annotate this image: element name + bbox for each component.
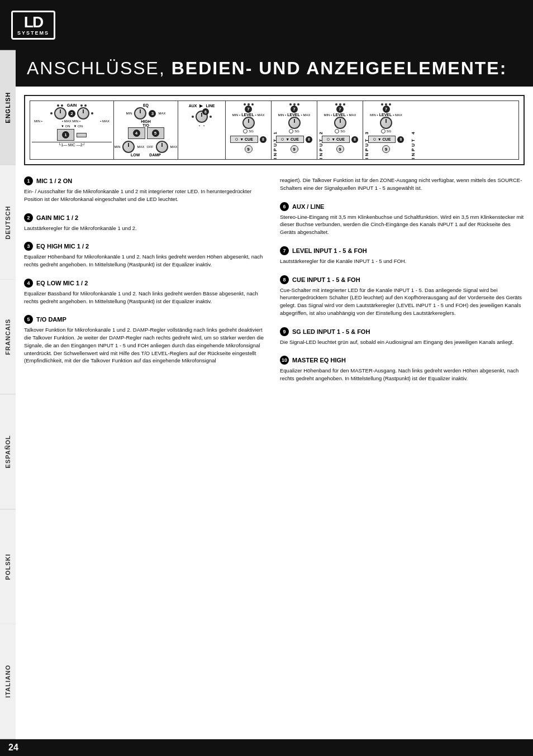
sg-num-2: 9	[291, 145, 298, 153]
sg-led-4	[381, 129, 386, 133]
level-knob-2	[288, 117, 301, 129]
panel-col-input1: 7 MIN • LEVEL • MAX SG ▼ CUE	[226, 101, 272, 159]
on-num: 1	[62, 131, 69, 138]
cue-led-4	[373, 138, 376, 141]
dot	[57, 104, 59, 107]
desc-title-9: 9 SG LED INPUT 1 - 5 & FOH	[280, 327, 525, 336]
to-switch2[interactable]: 5	[147, 127, 164, 139]
diagram-area: GAIN 2 MIN • • MAX MIN • • MAX	[24, 95, 525, 165]
lang-tab-francais[interactable]: FRANCAIS	[0, 280, 16, 395]
aux-label: AUX	[189, 104, 197, 108]
input4-sg: SG	[365, 129, 407, 133]
logo-systems: SYSTEMS	[17, 30, 49, 36]
lang-tab-italiano[interactable]: ITALIANO	[0, 624, 16, 739]
cue-led-1	[235, 138, 238, 141]
aux-knob-row: 6	[180, 111, 223, 123]
sg-led-3	[335, 129, 339, 133]
desc-num-7: 7	[280, 246, 289, 255]
lang-tab-english[interactable]: ENGLISH	[0, 50, 16, 165]
desc-title-text-7: LEVEL INPUT 1 - 5 & FOH	[292, 247, 367, 254]
input4-label: INPUT 4	[411, 101, 416, 159]
level-knob-4	[380, 117, 392, 129]
cue-label-4: ▼ CUE	[378, 137, 391, 141]
desc-title-8: 8 CUE INPUT 1 - 5 & FOH	[280, 275, 525, 284]
page-number: 24	[8, 743, 18, 753]
desc-title-text-8: CUE INPUT 1 - 5 & FOH	[292, 276, 360, 283]
eq-label: EQ	[143, 103, 149, 107]
input3-cue: ▼ CUE 8	[319, 136, 361, 143]
dot	[84, 104, 87, 107]
aux-dots: • •	[180, 124, 223, 127]
desc-text-4: Equalizer Bassband für Mikrofonkanäle 1 …	[24, 290, 269, 305]
desc-item-3: 3 EQ HIGH MIC 1 / 2 Equalizer Höhenband …	[24, 242, 269, 269]
panel-col-aux: AUX ▶ LINE 6 • •	[178, 101, 226, 159]
panel-col-input3: 7 MIN • LEVEL • MAX SG ▼ CUE	[317, 101, 363, 159]
dot	[210, 116, 212, 118]
down-arrow2: ▼ ON	[74, 125, 83, 128]
desc-num-10: 10	[280, 356, 289, 365]
input3-level: MIN • LEVEL • MAX	[319, 113, 361, 117]
min-lbl2: MIN •	[278, 113, 286, 117]
min-lbl: MIN •	[232, 113, 240, 117]
eq-label-row: EQ	[116, 103, 176, 107]
input1-knob	[227, 117, 269, 129]
aux-dot-left: •	[199, 124, 200, 127]
gain-knob	[54, 107, 66, 119]
aux-num: 6	[202, 108, 209, 115]
input2-level: MIN • LEVEL • MAX	[273, 113, 315, 117]
desc-item-10: 10 MASTER EQ HIGH Equalizer Höhenband fü…	[280, 356, 525, 382]
desc-text-10: Equalizer Höhenband für den MASTER-Ausga…	[280, 367, 525, 382]
desc-title-10: 10 MASTER EQ HIGH	[280, 356, 525, 365]
down-arrow1: ▼ ON	[61, 125, 70, 128]
cue-btn-3[interactable]: ▼ CUE	[322, 136, 350, 143]
to-switch-row: 4 5	[116, 127, 176, 139]
cue-label-1: ▼ CUE	[240, 137, 253, 141]
dot	[50, 112, 53, 114]
cue-label-2: ▼ CUE	[285, 137, 299, 141]
desc-num-1: 1	[24, 176, 33, 185]
sg-label-3: SG	[340, 130, 345, 133]
logo-ld: LD	[24, 15, 42, 30]
panel-col-mic: GAIN 2 MIN • • MAX MIN • • MAX	[30, 101, 114, 159]
bottom-bar: 24	[0, 739, 533, 756]
cue-num-3: 8	[351, 136, 358, 143]
cue-btn-2[interactable]: ▼ CUE	[276, 136, 304, 143]
input1-sg9: 9	[227, 145, 269, 153]
cue-btn-4[interactable]: ▼ CUE	[368, 136, 396, 143]
lang-tab-deutsch[interactable]: DEUTSCH	[0, 165, 16, 280]
top-bar: LD SYSTEMS	[0, 0, 533, 50]
desc-item-8: 8 CUE INPUT 1 - 5 & FOH Cue-Schalter mit…	[280, 275, 525, 317]
lang-tab-polski[interactable]: POLSKI	[0, 510, 16, 625]
level-num-3: 7	[336, 106, 344, 113]
lang-tab-espanol[interactable]: ESPAÑOL	[0, 395, 16, 510]
logo-box: LD SYSTEMS	[11, 11, 55, 40]
on-switch2[interactable]	[77, 133, 87, 137]
dot	[80, 104, 83, 107]
desc-text-9: Die Signal-LED leuchtet grün auf, sobald…	[280, 338, 525, 346]
input3-knob	[319, 117, 361, 129]
input4-knob	[365, 117, 407, 129]
input2-sg: SG	[273, 129, 315, 133]
max-lbl3: • MAX	[347, 113, 356, 117]
desc-title-text-2: GAIN MIC 1 / 2	[36, 214, 78, 221]
title-part1: ANSCHLÜSSE,	[27, 58, 172, 78]
eq-high-num: 3	[149, 110, 156, 117]
max-label-eq: MAX	[158, 112, 165, 115]
dot	[91, 112, 93, 114]
desc-num-4: 4	[24, 279, 33, 288]
high-label: HIGH	[141, 119, 151, 123]
cue-led-2	[281, 138, 284, 141]
input1-level: MIN • LEVEL • MAX	[227, 113, 269, 117]
cue-btn-1[interactable]: ▼ CUE	[230, 136, 258, 143]
input2-num7: 7	[273, 106, 315, 113]
on-switch1[interactable]: 1	[57, 129, 74, 141]
desc-text-1: Ein- / Ausschalter für die Mikrofonkanäl…	[24, 188, 269, 203]
input3-sg9: 9	[319, 145, 361, 153]
panel-col-input2: 7 MIN • LEVEL • MAX SG ▼ CUE	[272, 101, 317, 159]
input2-knob	[273, 117, 315, 129]
to-switch[interactable]: 4	[128, 127, 145, 139]
desc-item-2: 2 GAIN MIC 1 / 2 Lautstärkeregler für di…	[24, 213, 269, 232]
on-row: ▼ ON ▼ ON	[32, 125, 112, 128]
page-title: ANSCHLÜSSE, BEDIEN- UND ANZEIGEELEMENTE:	[27, 58, 522, 79]
desc-text-7: Lautstärkeregler für die Kanäle INPUT 1 …	[280, 257, 525, 265]
